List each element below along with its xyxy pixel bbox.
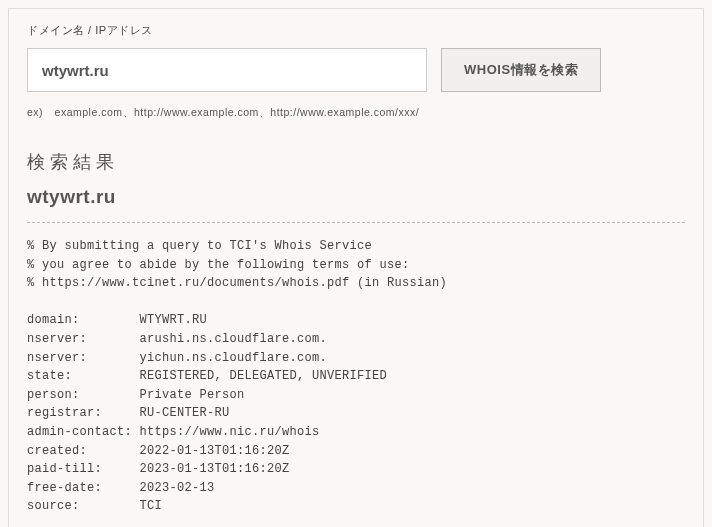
result-domain: wtywrt.ru xyxy=(27,186,685,208)
example-text: ex) example.com、http://www.example.com、h… xyxy=(27,106,685,120)
divider xyxy=(27,222,685,223)
whois-panel: ドメイン名 / IPアドレス WHOIS情報を検索 ex) example.co… xyxy=(8,8,704,527)
search-row: WHOIS情報を検索 xyxy=(27,48,685,92)
domain-input[interactable] xyxy=(27,48,427,92)
input-label: ドメイン名 / IPアドレス xyxy=(27,23,685,38)
whois-output: % By submitting a query to TCI's Whois S… xyxy=(27,237,685,527)
search-button[interactable]: WHOIS情報を検索 xyxy=(441,48,601,92)
result-heading: 検索結果 xyxy=(27,150,685,174)
